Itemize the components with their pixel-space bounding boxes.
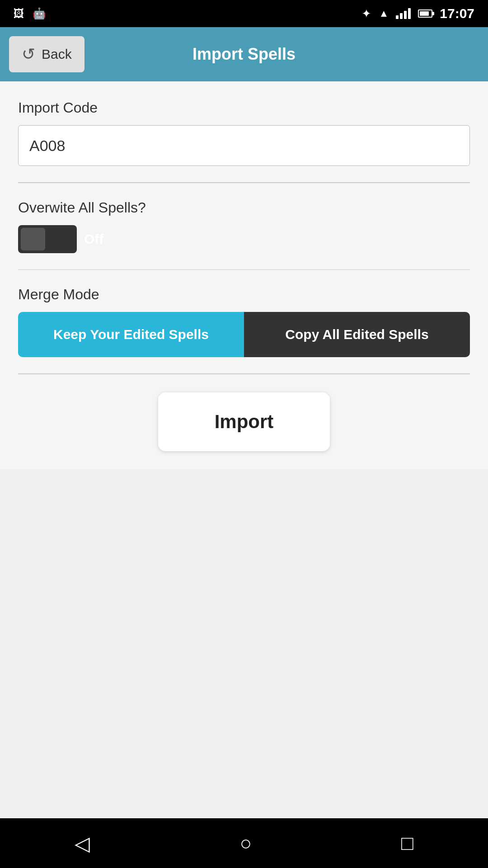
status-bar-right-icons: ✦ ▲ 17:07 [361, 6, 474, 21]
keep-edited-spells-button[interactable]: Keep Your Edited Spells [18, 312, 244, 357]
nav-bar: ◁ ○ □ [0, 818, 488, 868]
status-bar: 🖼 🤖 ✦ ▲ 17:07 [0, 0, 488, 27]
toggle-state-label: Off [84, 231, 103, 247]
import-button[interactable]: Import [158, 392, 330, 451]
overwrite-toggle[interactable] [18, 225, 77, 253]
nav-back-button[interactable]: ◁ [75, 832, 90, 855]
main-content: Import Code Overwite All Spells? Off Mer… [0, 81, 488, 469]
merge-mode-buttons: Keep Your Edited Spells Copy All Edited … [18, 312, 470, 357]
signal-icon [396, 8, 411, 19]
app-bar: ↺ Back Import Spells [0, 27, 488, 81]
toggle-thumb [21, 228, 45, 250]
divider-1 [18, 182, 470, 183]
merge-mode-section: Merge Mode Keep Your Edited Spells Copy … [18, 286, 470, 357]
back-button[interactable]: ↺ Back [9, 36, 84, 72]
copy-edited-spells-button[interactable]: Copy All Edited Spells [244, 312, 470, 357]
nav-home-button[interactable]: ○ [239, 832, 252, 854]
android-icon: 🤖 [33, 7, 46, 20]
toggle-container: Off [18, 225, 470, 253]
back-label: Back [42, 47, 72, 62]
wifi-icon: ▲ [379, 8, 389, 19]
app-bar-title: Import Spells [192, 45, 296, 64]
battery-icon [418, 9, 432, 18]
divider-2 [18, 269, 470, 270]
merge-mode-label: Merge Mode [18, 286, 470, 303]
import-code-label: Import Code [18, 99, 470, 116]
import-button-wrapper: Import [18, 392, 470, 451]
import-code-section: Import Code [18, 99, 470, 166]
overwrite-spells-label: Overwite All Spells? [18, 199, 470, 216]
nav-recent-button[interactable]: □ [401, 832, 413, 854]
import-code-input[interactable] [18, 125, 470, 166]
back-arrow-icon: ↺ [22, 45, 35, 64]
overwrite-spells-section: Overwite All Spells? Off [18, 199, 470, 253]
divider-3 [18, 373, 470, 374]
status-time: 17:07 [440, 6, 474, 21]
bluetooth-icon: ✦ [361, 7, 371, 21]
image-icon: 🖼 [14, 7, 24, 20]
status-bar-left-icons: 🖼 🤖 [14, 7, 46, 20]
